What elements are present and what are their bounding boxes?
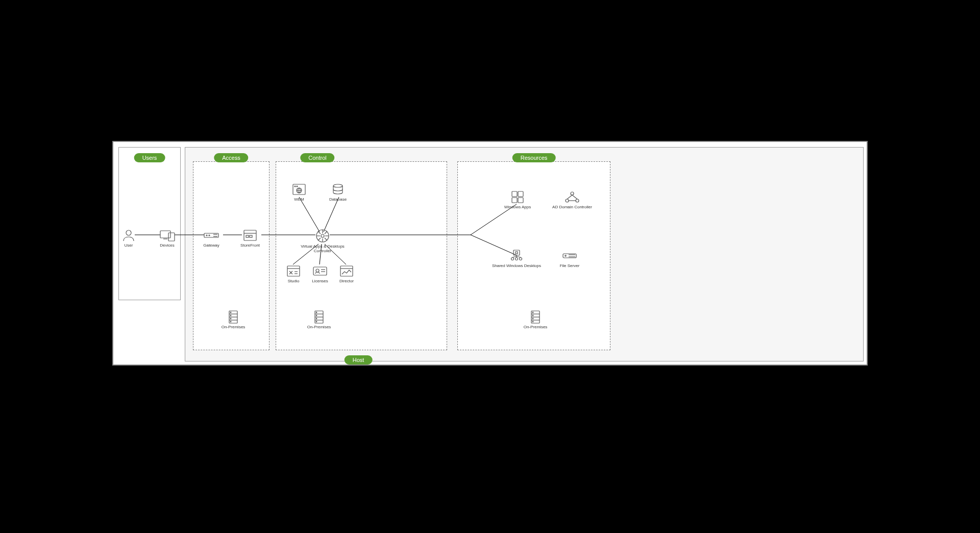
node-ad-domain-controller: AD Domain Controller xyxy=(549,190,595,209)
section-label-access: Access xyxy=(214,153,248,162)
svg-rect-56 xyxy=(518,198,523,203)
node-label: StoreFront xyxy=(235,243,265,248)
shared-desktops-icon xyxy=(508,249,525,262)
node-label: Database xyxy=(323,197,353,202)
svg-point-58 xyxy=(566,199,569,202)
svg-point-88 xyxy=(316,315,317,316)
svg-rect-53 xyxy=(512,191,517,197)
node-label: WEM xyxy=(284,197,314,202)
svg-point-27 xyxy=(297,186,298,187)
svg-line-60 xyxy=(567,195,572,199)
node-studio: Studio xyxy=(281,264,306,283)
node-controller: Virtual Apps & Desktops Controller xyxy=(295,229,351,253)
storefront-icon xyxy=(242,229,258,242)
server-rack-icon xyxy=(527,310,544,324)
svg-rect-54 xyxy=(518,191,523,197)
node-label: Devices xyxy=(153,243,181,248)
svg-point-87 xyxy=(316,312,317,313)
wem-icon xyxy=(291,183,307,196)
node-on-premises-resources: On-Premises xyxy=(518,310,553,329)
architecture-diagram: Users Access Control Resources Host User xyxy=(112,141,868,366)
svg-line-69 xyxy=(512,256,517,257)
svg-point-96 xyxy=(532,315,533,316)
svg-line-40 xyxy=(318,238,321,240)
svg-rect-55 xyxy=(512,198,517,203)
node-on-premises-control: On-Premises xyxy=(301,310,337,329)
gateway-icon xyxy=(203,229,219,242)
svg-point-30 xyxy=(333,184,342,187)
node-on-premises-access: On-Premises xyxy=(215,310,251,329)
node-label: File Server xyxy=(549,263,590,268)
server-rack-icon xyxy=(311,310,327,324)
node-label: AD Domain Controller xyxy=(549,205,595,209)
svg-point-17 xyxy=(206,235,207,236)
svg-point-89 xyxy=(316,318,317,319)
node-user: User xyxy=(116,229,141,248)
svg-rect-64 xyxy=(516,252,518,254)
panel-users xyxy=(118,147,181,300)
svg-point-57 xyxy=(571,192,574,195)
node-label: Gateway xyxy=(196,243,227,248)
node-database: Database xyxy=(323,183,353,202)
svg-rect-13 xyxy=(160,231,170,238)
node-label: Licenses xyxy=(307,279,333,283)
svg-point-67 xyxy=(520,258,522,260)
svg-line-38 xyxy=(325,238,327,240)
user-icon xyxy=(120,229,137,242)
svg-line-70 xyxy=(517,256,521,257)
node-licenses: Licenses xyxy=(307,264,333,283)
svg-point-65 xyxy=(511,258,514,260)
node-wem: WEM xyxy=(284,183,314,202)
node-label: Shared Windows Desktops xyxy=(491,263,542,268)
node-label: Director xyxy=(334,279,359,283)
svg-rect-23 xyxy=(246,235,249,237)
node-label: User xyxy=(116,243,141,248)
file-server-icon xyxy=(561,249,578,262)
svg-rect-41 xyxy=(287,266,300,276)
node-label: Virtual Apps & Desktops Controller xyxy=(295,244,351,253)
svg-point-79 xyxy=(230,312,231,313)
database-icon xyxy=(330,183,346,196)
svg-point-80 xyxy=(230,315,231,316)
node-windows-apps: Windows Apps xyxy=(497,190,538,209)
ad-controller-icon xyxy=(564,190,580,204)
svg-point-59 xyxy=(576,199,579,202)
svg-point-97 xyxy=(532,318,533,319)
section-label-host: Host xyxy=(345,355,373,365)
node-devices: Devices xyxy=(153,229,181,248)
director-icon xyxy=(338,264,355,278)
svg-point-26 xyxy=(295,186,296,187)
svg-point-90 xyxy=(316,321,317,322)
section-label-resources: Resources xyxy=(512,153,556,162)
svg-rect-47 xyxy=(313,267,327,275)
node-gateway: Gateway xyxy=(196,229,227,248)
svg-point-81 xyxy=(230,318,231,319)
svg-line-37 xyxy=(318,231,321,234)
studio-icon xyxy=(285,264,302,278)
svg-point-12 xyxy=(126,230,131,235)
node-label: Studio xyxy=(281,279,306,283)
windows-apps-icon xyxy=(509,190,526,204)
svg-point-95 xyxy=(532,312,533,313)
svg-point-82 xyxy=(230,321,231,322)
section-label-control: Control xyxy=(300,153,334,162)
svg-rect-14 xyxy=(168,233,175,241)
server-rack-icon xyxy=(225,310,241,324)
node-shared-windows-desktops: Shared Windows Desktops xyxy=(491,249,542,268)
node-file-server: File Server xyxy=(549,249,590,268)
licenses-icon xyxy=(312,264,328,278)
svg-rect-63 xyxy=(513,250,520,255)
svg-point-48 xyxy=(316,269,319,272)
svg-line-39 xyxy=(325,231,327,234)
svg-point-32 xyxy=(321,234,324,237)
svg-rect-24 xyxy=(250,235,252,237)
node-label: On-Premises xyxy=(215,325,251,329)
section-label-users: Users xyxy=(134,153,165,162)
svg-rect-51 xyxy=(340,266,353,276)
svg-line-61 xyxy=(572,195,577,199)
node-label: On-Premises xyxy=(301,325,337,329)
node-storefront: StoreFront xyxy=(235,229,265,248)
node-label: Windows Apps xyxy=(497,205,538,209)
svg-point-66 xyxy=(516,258,518,260)
controller-icon xyxy=(315,229,330,243)
